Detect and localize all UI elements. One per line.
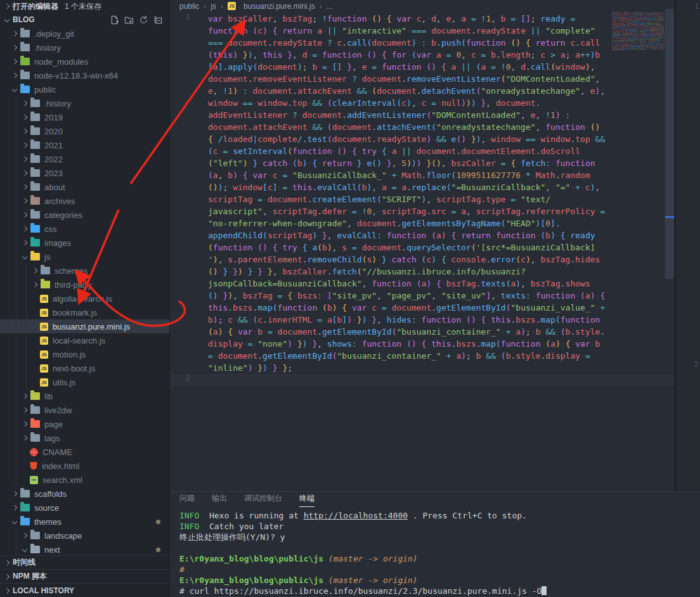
section-LOCAL HISTORY[interactable]: LOCAL HISTORY <box>0 583 169 597</box>
folder-page-icon <box>30 420 40 428</box>
folder-css-icon <box>30 225 40 233</box>
breadcrumb-item[interactable]: JSbusuanzi.pure.mini.js <box>228 2 315 11</box>
code-area[interactable]: var·bszCaller,·bszTag;·!function·()·{·va… <box>208 13 606 374</box>
breadcrumb-item[interactable]: public <box>179 2 199 11</box>
tree-item-2020[interactable]: 2020 <box>0 124 169 138</box>
tree-item-page[interactable]: page <box>0 417 169 431</box>
refresh-icon[interactable] <box>138 15 148 25</box>
folder-icon <box>30 183 40 191</box>
tree-item-about[interactable]: about <box>0 180 169 194</box>
tree-item-landscape[interactable]: landscape <box>0 529 169 542</box>
section-时间线[interactable]: 时间线 <box>0 555 169 569</box>
chevron-down-icon <box>12 519 17 524</box>
tree-item-CNAME[interactable]: CNAME <box>0 445 169 459</box>
panel-tab-调试控制台[interactable]: 调试控制台 <box>244 493 282 507</box>
sidebar-bottom-sections: 时间线NPM 脚本LOCAL HISTORY <box>0 555 169 597</box>
tree-item-label: next <box>44 545 60 555</box>
terminal-text: INFO <box>179 522 199 531</box>
new-folder-icon[interactable] <box>124 15 134 25</box>
tree-item-.deploy_git[interactable]: .deploy_git <box>0 27 169 41</box>
code-row: (c·=·setInterval(function·()·{·try·{·a·|… <box>208 145 606 157</box>
terminal[interactable]: INFO Hexo is running at http://localhost… <box>179 510 693 596</box>
code-row: jsonpCallback=BusuanziCallback",·functio… <box>208 278 606 290</box>
tree-item-next[interactable]: next <box>0 542 169 556</box>
new-file-icon[interactable] <box>109 15 119 25</box>
terminal-line: # <box>179 564 693 575</box>
tree-item-label: .deploy_git <box>34 29 74 39</box>
tree-item-label: tags <box>44 433 60 443</box>
terminal-text: http://localhost:4000 <box>304 511 408 520</box>
tree-item-source[interactable]: source <box>0 501 169 515</box>
section-NPM 脚本[interactable]: NPM 脚本 <box>0 569 169 583</box>
tree-item-node-v12.18.3-win-x64[interactable]: node-v12.18.3-win-x64 <box>0 68 169 82</box>
panel-tab-输出[interactable]: 输出 <box>212 493 227 507</box>
tree-item-label: about <box>44 183 65 192</box>
panel-tab-终端[interactable]: 终端 <box>299 493 314 507</box>
tree-item-.history[interactable]: .history <box>0 96 169 110</box>
tree-item-scaffolds[interactable]: scaffolds <box>0 487 169 501</box>
folder-archives-icon <box>30 197 40 205</box>
unsaved-count-badge: 1 个未保存 <box>65 1 101 12</box>
chevron-down-icon <box>4 17 10 22</box>
modified-dot-icon <box>156 520 160 524</box>
tree-item-label: landscape <box>44 531 82 541</box>
tree-item-label: utils.js <box>53 378 75 387</box>
tree-item-search.xml[interactable]: </>search.xml <box>0 473 169 487</box>
folder-lib-icon <box>30 392 40 400</box>
code-row: e,·!1)·:·document.attachEvent·&&·(docume… <box>208 85 606 97</box>
tree-item-images[interactable]: images <box>0 236 169 250</box>
tree-item-2023[interactable]: 2023 <box>0 166 169 180</box>
tree-item-label: bookmark.js <box>53 308 97 318</box>
tree-item-label: scaffolds <box>34 489 67 499</box>
code-row: this.bszs.map(function·(b)·{·var·c·=·doc… <box>208 302 606 314</box>
breadcrumb-item[interactable]: ... <box>327 2 333 11</box>
collapse-all-icon[interactable] <box>153 15 163 25</box>
folder-themes-icon <box>20 518 30 525</box>
editor-scrollbar[interactable] <box>665 0 674 491</box>
folder-js-icon <box>30 253 40 260</box>
tree-item-label: .history <box>34 43 61 53</box>
code-row: window·==·window.top·&&·(clearInterval(c… <box>208 97 606 109</box>
explorer-actions <box>109 15 169 25</box>
panel-tab-问题[interactable]: 问题 <box>179 493 195 507</box>
tree-item-2022[interactable]: 2022 <box>0 152 169 166</box>
tree-item-lib[interactable]: lib <box>0 389 169 403</box>
tree-item-tags[interactable]: tags <box>0 431 169 445</box>
chevron-right-icon <box>12 505 17 510</box>
code-row: javascript",·scriptTag.defer·=·!0,·scrip… <box>208 205 606 217</box>
tree-item-live2dw[interactable]: live2dw <box>0 403 169 417</box>
folder-images-icon <box>30 239 40 247</box>
tree-item-.history[interactable]: .history <box>0 41 169 55</box>
terminal-line <box>179 542 693 553</box>
split-line-number-1: 1 <box>680 2 699 11</box>
open-editors-header[interactable]: 打开的编辑器 1 个未保存 <box>0 0 169 13</box>
tree-item-archives[interactable]: archives <box>0 194 169 208</box>
tree-item-node_modules[interactable]: node_modules <box>0 55 169 68</box>
tree-item-categories[interactable]: categories <box>0 208 169 222</box>
breadcrumb-item[interactable]: js <box>211 2 216 11</box>
folder-icon <box>30 406 40 414</box>
tree-item-js[interactable]: js <box>0 250 169 264</box>
tree-item-label: schemes <box>55 266 88 276</box>
chevron-right-icon <box>22 226 27 231</box>
breadcrumb-separator: › <box>320 2 322 11</box>
tree-item-2021[interactable]: 2021 <box>0 138 169 152</box>
terminal-text: (master -> origin) <box>328 554 418 563</box>
tree-item-2019[interactable]: 2019 <box>0 110 169 124</box>
chevron-right-icon <box>4 587 10 593</box>
tree-item-index.html[interactable]: index.html <box>0 459 169 473</box>
bottom-panel: 问题输出调试控制台终端 INFO Hexo is running at http… <box>170 491 700 597</box>
scrollbar-slider[interactable] <box>665 9 674 279</box>
tree-item-label: node_modules <box>34 57 88 67</box>
chevron-right-icon <box>32 282 37 287</box>
tree-item-label: lib <box>44 392 53 401</box>
blog-section-header[interactable]: BLOG <box>0 13 169 27</box>
tree-item-label: local-search.js <box>53 336 105 345</box>
terminal-text: # curl https://busuanzi.ibruce.info/busu… <box>179 586 541 596</box>
tree-item-themes[interactable]: themes <box>0 515 169 529</box>
indent-guide <box>16 529 16 556</box>
tree-item-public[interactable]: public <box>0 82 169 96</box>
minimap[interactable]: var·bszCaller,·bszTag;·!function·()·{·va… <box>612 11 664 51</box>
tree-item-css[interactable]: css <box>0 222 169 236</box>
split-editor-pane[interactable]: 1 2 <box>676 0 700 491</box>
